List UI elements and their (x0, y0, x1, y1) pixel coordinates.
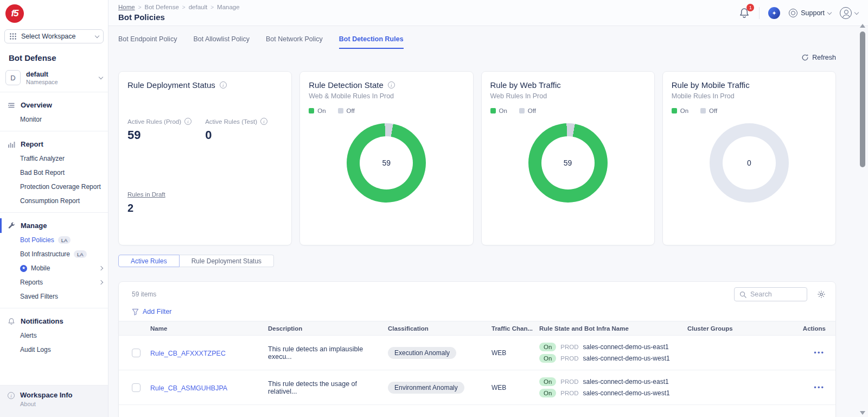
search-input[interactable] (750, 290, 799, 298)
section-label: Overview (21, 101, 52, 109)
breadcrumb: Home > Bot Defense > default > Manage (118, 4, 240, 10)
chevron-down-icon (854, 10, 859, 14)
f5-logo-icon[interactable]: f5 (5, 4, 24, 23)
view-toggle: Active Rules Rule Deployment Status (118, 255, 836, 267)
table-header-row: Name Description Classification Traffic … (119, 321, 835, 336)
info-icon[interactable]: i (260, 118, 267, 125)
sidebar-workspace-info[interactable]: i Workspace Info About (0, 385, 108, 417)
scrollbar-thumb[interactable] (860, 31, 865, 167)
sidebar-section-manage[interactable]: Manage (0, 218, 108, 233)
sidebar-item-saved-filters[interactable]: Saved Filters (0, 289, 108, 304)
ai-assistant-button[interactable]: ✦ (768, 7, 780, 19)
chevron-down-icon (95, 33, 99, 37)
row-checkbox[interactable] (132, 349, 141, 357)
infra-name: sales-connect-demo-us-east1 (583, 343, 669, 351)
card-rule-by-mobile-traffic: Rule by Mobile Traffic Mobile Rules In P… (662, 71, 836, 245)
search-box[interactable] (734, 287, 807, 301)
breadcrumb-default[interactable]: default (189, 4, 208, 10)
support-icon (789, 9, 797, 17)
legend-off-swatch (519, 108, 525, 113)
add-filter-button[interactable]: Add Filter (132, 308, 835, 315)
table-row[interactable]: Rule_CB_AFXXXTZPEC This rule detects an … (119, 336, 835, 370)
sidebar-item-consumption-report[interactable]: Consumption Report (0, 194, 108, 208)
traffic-channel: WEB (492, 349, 539, 357)
card-rule-deployment-status: Rule Deployment Status i Active Rules (P… (118, 71, 292, 245)
info-icon[interactable]: i (220, 81, 227, 89)
sidebar-item-audit-logs[interactable]: Audit Logs (0, 343, 108, 357)
workspace-selector-label: Select Workspace (21, 33, 91, 40)
rule-name-link[interactable]: Rule_CB_AFXXXTZPEC (150, 350, 226, 357)
stat-label: Active Rules (Prod) (127, 118, 181, 125)
info-icon[interactable]: i (184, 118, 192, 125)
rule-name-link[interactable]: Rule_CB_ASMGUHBJPA (150, 384, 227, 392)
donut-chart-mobile-traffic: 0 (710, 123, 789, 203)
sidebar-item-bot-policies[interactable]: Bot Policies LA (0, 233, 108, 247)
item-label: Monitor (20, 116, 42, 123)
card-title: Rule by Mobile Traffic (672, 80, 750, 90)
chevron-down-icon (827, 10, 832, 14)
breadcrumb-bot-defense[interactable]: Bot Defense (145, 4, 179, 10)
namespace-name: default (26, 71, 94, 78)
legend-on-swatch (309, 108, 314, 113)
col-classification[interactable]: Classification (388, 325, 492, 332)
table-row[interactable]: Rule_CB_ASMGUHBJPA This rule detects the… (119, 370, 835, 405)
donut-center-value: 0 (710, 123, 789, 203)
account-menu[interactable] (840, 7, 858, 19)
breadcrumb-home[interactable]: Home (118, 4, 135, 10)
row-actions-menu[interactable]: ••• (787, 383, 835, 391)
sidebar-item-bot-infrastructure[interactable]: Bot Infrastructure LA (0, 247, 108, 261)
user-avatar-icon (840, 7, 852, 19)
scroll-up-arrow-icon[interactable] (860, 24, 865, 28)
row-actions-menu[interactable]: ••• (787, 349, 835, 357)
col-rule-state[interactable]: Rule State and Bot Infra Name (539, 325, 687, 332)
sidebar-item-mobile[interactable]: ★ Mobile (0, 261, 108, 275)
sidebar-section-notifications[interactable]: Notifications (0, 314, 108, 328)
rules-in-draft-link[interactable]: Rules in Draft (127, 191, 165, 198)
namespace-avatar: D (5, 70, 21, 85)
env-label: PROD (560, 355, 578, 362)
refresh-button[interactable]: Refresh (801, 52, 836, 63)
chart-legend: On Off (490, 108, 646, 114)
sidebar-item-traffic-analyzer[interactable]: Traffic Analyzer (0, 151, 108, 166)
vertical-scrollbar[interactable] (859, 24, 866, 415)
sidebar: f5 Select Workspace Bot Defense D defaul… (0, 0, 108, 417)
support-menu[interactable]: Support (789, 9, 831, 17)
donut-center-value: 59 (528, 123, 608, 203)
row-checkbox[interactable] (132, 383, 141, 392)
scroll-down-arrow-icon[interactable] (860, 411, 865, 415)
sidebar-item-bad-bot-report[interactable]: Bad Bot Report (0, 166, 108, 180)
item-label: Bot Policies (20, 236, 54, 244)
sidebar-item-monitor[interactable]: Monitor (0, 112, 108, 127)
notification-badge: 1 (746, 4, 754, 11)
tab-bot-endpoint-policy[interactable]: Bot Endpoint Policy (118, 35, 177, 49)
legend-on-swatch (490, 108, 496, 113)
sidebar-item-reports[interactable]: Reports (0, 275, 108, 289)
col-description[interactable]: Description (268, 325, 388, 332)
card-title: Rule by Web Traffic (490, 80, 561, 90)
infra-name: sales-connect-demo-us-west1 (583, 389, 670, 397)
classification-badge: Environment Anomaly (388, 382, 464, 394)
info-icon[interactable]: i (388, 81, 395, 89)
col-name[interactable]: Name (150, 325, 268, 332)
chevron-right-icon (99, 280, 103, 285)
workspace-selector[interactable]: Select Workspace (4, 29, 104, 43)
col-traffic-channel[interactable]: Traffic Chan... (492, 325, 539, 332)
col-cluster-groups[interactable]: Cluster Groups (687, 325, 787, 332)
tab-bot-network-policy[interactable]: Bot Network Policy (266, 35, 323, 49)
notifications-button[interactable]: 1 (738, 7, 750, 19)
sidebar-section-overview[interactable]: Overview (0, 98, 108, 112)
env-label: PROD (560, 390, 578, 396)
sidebar-section-report[interactable]: Report (0, 137, 108, 151)
namespace-selector[interactable]: D default Namespace (0, 62, 108, 92)
item-label: Saved Filters (20, 293, 58, 300)
toggle-active-rules[interactable]: Active Rules (118, 255, 180, 267)
toggle-rule-deployment-status[interactable]: Rule Deployment Status (180, 255, 274, 267)
table-settings-gear-icon[interactable] (817, 290, 826, 299)
tab-bot-allowlist-policy[interactable]: Bot Allowlist Policy (193, 35, 250, 49)
sidebar-item-protection-coverage-report[interactable]: Protection Coverage Report (0, 180, 108, 194)
sidebar-item-alerts[interactable]: Alerts (0, 328, 108, 343)
chart-legend: On Off (672, 108, 827, 114)
tab-bot-detection-rules[interactable]: Bot Detection Rules (339, 35, 404, 49)
overview-icon (8, 102, 15, 109)
page-title: Bot Policies (118, 12, 240, 22)
